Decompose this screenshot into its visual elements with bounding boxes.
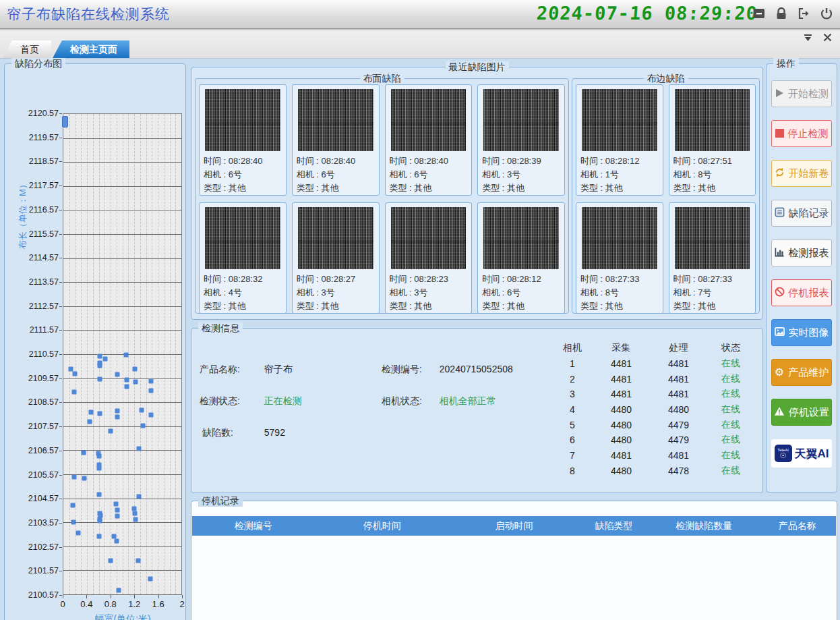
detect-status-value: 正在检测	[264, 395, 302, 406]
camera-table-cell: 1	[552, 358, 593, 369]
stop-header-cell: 产品名称	[758, 520, 836, 532]
logout-icon[interactable]	[797, 7, 810, 20]
y-tick-mark	[59, 451, 62, 451]
defect-thumbnail-image[interactable]	[483, 207, 559, 269]
stop-settings-button[interactable]: 停机设置	[771, 399, 832, 426]
defect-thumbnail-image[interactable]	[205, 207, 280, 269]
y-tick-mark	[59, 499, 62, 499]
product-maintenance-button[interactable]: ⚙ 产品维护	[771, 359, 832, 386]
horizontal-gridline	[63, 306, 181, 307]
y-tick-label: 2118.57	[16, 157, 59, 166]
x-tick-mark	[111, 595, 111, 598]
camera-table-cell: 在线	[707, 403, 754, 416]
camera-table-row: 644804479在线	[552, 432, 758, 448]
defect-thumbnail-image[interactable]	[391, 89, 467, 151]
defect-image-card[interactable]: 时间 : 08:28:32 相机 : 4号 类型 : 其他	[199, 202, 287, 314]
product-name-label: 产品名称:	[200, 364, 240, 374]
scatter-point	[97, 534, 102, 539]
realtime-image-button[interactable]: 实时图像	[771, 319, 832, 346]
stop-header-cell: 检测缺陷数量	[649, 520, 758, 532]
scatter-point	[113, 502, 118, 507]
x-tick-label: 0.8	[104, 599, 117, 609]
defect-image-card[interactable]: 时间 : 08:27:33 相机 : 8号 类型 : 其他	[576, 202, 663, 314]
chart-scrollbar-thumb[interactable]	[62, 116, 68, 128]
defect-thumbnail-image[interactable]	[483, 89, 559, 151]
defect-scatter-plot	[63, 113, 182, 595]
stop-header-cell: 启动时间	[450, 520, 578, 532]
defect-image-card[interactable]: 时间 : 08:28:12 相机 : 1号 类型 : 其他	[576, 84, 663, 196]
tab-detection-main[interactable]: 检测主页面	[53, 40, 129, 58]
defect-image-card[interactable]: 时间 : 08:28:40 相机 : 6号 类型 : 其他	[292, 84, 380, 196]
camera-table-cell: 在线	[707, 465, 754, 477]
card-camera-line: 相机 : 4号	[204, 286, 282, 300]
defect-image-card[interactable]: 时间 : 08:28:12 相机 : 6号 类型 : 其他	[477, 202, 565, 314]
camera-table-cell: 在线	[707, 373, 754, 385]
card-type-line: 类型 : 其他	[204, 181, 282, 195]
defect-image-card[interactable]: 时间 : 08:28:23 相机 : 3号 类型 : 其他	[385, 202, 473, 314]
chart-x-axis-label: 幅宽(单位:米)	[94, 613, 150, 620]
start-detection-button[interactable]: 开始检测	[771, 80, 832, 107]
scatter-point	[133, 517, 138, 522]
defect-image-card[interactable]: 时间 : 08:28:27 相机 : 3号 类型 : 其他	[292, 202, 380, 314]
horizontal-gridline	[63, 210, 181, 210]
minimize-icon[interactable]	[752, 7, 766, 20]
defect-records-button[interactable]: 缺陷记录	[771, 200, 832, 227]
start-new-roll-button[interactable]: 开始新卷	[771, 160, 832, 187]
gear-icon: ⚙	[775, 367, 784, 378]
y-tick-mark	[59, 426, 62, 427]
detection-info-panel: 检测信息 产品名称: 帘子布 检测编号: 20240715052508 检测状态…	[191, 328, 763, 493]
digital-clock: 2024-07-16 08:29:20	[536, 3, 758, 24]
stop-detection-button[interactable]: 停止检测	[771, 120, 832, 147]
defect-thumbnail-image[interactable]	[675, 207, 750, 269]
defect-thumbnail-image[interactable]	[391, 207, 467, 269]
camera-table-row: 344814481在线	[552, 387, 758, 402]
y-tick-mark	[59, 475, 62, 476]
x-tick-label: 1.6	[152, 599, 164, 609]
tab-home[interactable]: 首页	[3, 40, 51, 58]
y-tick-mark	[59, 571, 62, 571]
camera-table-row: 844804478在线	[552, 463, 758, 479]
camera-table-cell: 在线	[707, 358, 754, 370]
defect-image-card[interactable]: 时间 : 08:27:51 相机 : 8号 类型 : 其他	[669, 84, 756, 196]
y-tick-mark	[59, 161, 62, 162]
camera-table-cell: 4480	[593, 420, 650, 430]
y-tick-label: 2111.57	[16, 325, 59, 335]
scatter-point	[137, 495, 142, 499]
scatter-point	[109, 559, 113, 563]
defect-thumbnail-image[interactable]	[298, 207, 373, 269]
y-tick-label: 2108.57	[16, 397, 59, 407]
card-camera-line: 相机 : 8号	[673, 168, 752, 181]
chart-y-ticks: 2120.572119.572118.572117.572116.572115.…	[16, 113, 59, 595]
scatter-point	[133, 379, 138, 384]
camera-table-cell: 4480	[593, 434, 650, 445]
defect-thumbnail-image[interactable]	[298, 89, 373, 151]
defect-image-card[interactable]: 时间 : 08:28:40 相机 : 6号 类型 : 其他	[385, 84, 473, 196]
x-tick-mark	[63, 595, 63, 598]
defect-thumbnail-image[interactable]	[582, 89, 657, 151]
image-icon	[775, 327, 785, 339]
defect-image-card[interactable]: 时间 : 08:27:33 相机 : 7号 类型 : 其他	[669, 202, 756, 314]
lock-icon[interactable]	[775, 7, 787, 20]
card-type-line: 类型 : 其他	[297, 300, 375, 313]
tab-list-dropdown-icon[interactable]	[804, 33, 812, 44]
stop-report-button[interactable]: 停机报表	[771, 279, 832, 306]
x-tick-label: 2	[179, 599, 184, 609]
scatter-point	[98, 354, 102, 358]
defect-thumbnail-image[interactable]	[675, 89, 750, 151]
defect-image-card[interactable]: 时间 : 08:28:39 相机 : 3号 类型 : 其他	[477, 84, 565, 196]
close-tab-icon[interactable]	[823, 33, 832, 44]
group-title-edge: 布边缺陷	[644, 73, 688, 84]
power-icon[interactable]	[820, 7, 833, 20]
horizontal-gridline	[63, 474, 181, 475]
camera-table-cell: 4481	[650, 374, 707, 385]
defect-image-card[interactable]: 时间 : 08:28:40 相机 : 6号 类型 : 其他	[199, 84, 287, 196]
horizontal-gridline	[63, 354, 181, 355]
camera-table-cell: 4481	[593, 450, 650, 461]
horizontal-gridline	[63, 522, 181, 523]
defect-thumbnail-image[interactable]	[582, 207, 657, 269]
card-time-line: 时间 : 08:28:12	[482, 273, 560, 286]
scatter-point	[82, 476, 86, 481]
camera-table-cell: 4480	[593, 404, 650, 415]
defect-thumbnail-image[interactable]	[205, 89, 280, 151]
detection-report-button[interactable]: 检测报表	[771, 239, 832, 266]
